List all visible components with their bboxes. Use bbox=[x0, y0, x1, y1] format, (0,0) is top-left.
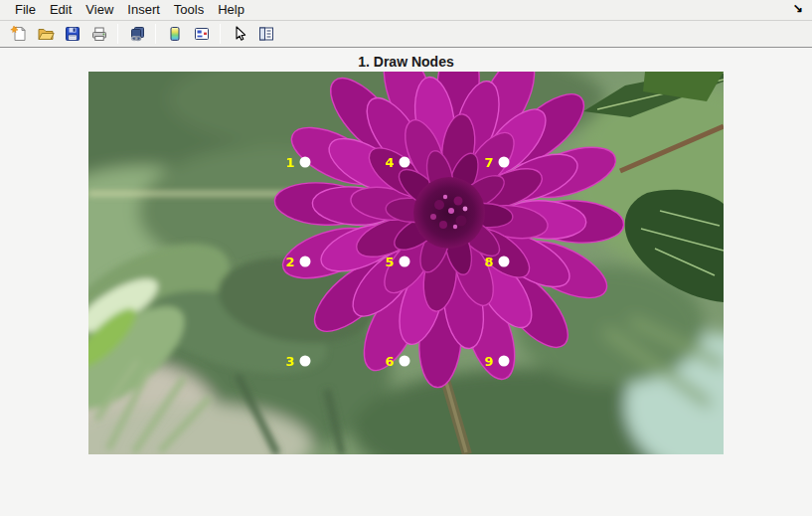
legend-panel-button[interactable] bbox=[189, 22, 214, 46]
app-window: File Edit View Insert Tools Help ↘ bbox=[0, 0, 812, 454]
node-marker-6[interactable]: 6 bbox=[400, 356, 410, 367]
node-dot bbox=[400, 257, 410, 267]
node-label: 1 bbox=[285, 156, 294, 169]
menu-item-help[interactable]: Help bbox=[211, 0, 251, 20]
print-icon bbox=[90, 25, 108, 43]
menu-item-view[interactable]: View bbox=[79, 0, 120, 20]
node-label: 7 bbox=[484, 156, 493, 169]
node-dot bbox=[400, 157, 410, 168]
toolbar-separator bbox=[155, 24, 156, 44]
node-dot bbox=[400, 356, 410, 367]
pointer-icon bbox=[231, 25, 248, 43]
node-marker-4[interactable]: 4 bbox=[400, 157, 410, 168]
menubar: File Edit View Insert Tools Help ↘ bbox=[0, 0, 812, 21]
node-marker-2[interactable]: 2 bbox=[300, 257, 311, 267]
page-link-button[interactable] bbox=[124, 22, 149, 46]
node-marker-9[interactable]: 9 bbox=[499, 356, 510, 367]
node-dot bbox=[499, 257, 510, 267]
node-dot bbox=[300, 257, 311, 267]
open-folder-button[interactable] bbox=[33, 22, 58, 46]
open-folder-icon bbox=[37, 25, 55, 43]
node-marker-8[interactable]: 8 bbox=[499, 257, 510, 267]
nodes-layer: 123456789 bbox=[88, 72, 724, 454]
save-button[interactable] bbox=[60, 22, 84, 46]
page-title: 1. Draw Nodes bbox=[0, 53, 812, 72]
node-dot bbox=[300, 356, 311, 367]
page-link-icon bbox=[128, 25, 146, 43]
node-label: 2 bbox=[285, 256, 294, 268]
node-label: 6 bbox=[385, 355, 394, 368]
menu-item-file[interactable]: File bbox=[8, 0, 43, 20]
node-label: 5 bbox=[385, 256, 394, 268]
node-dot bbox=[300, 157, 311, 168]
pointer-tool-button[interactable] bbox=[227, 22, 251, 46]
node-marker-5[interactable]: 5 bbox=[400, 257, 410, 267]
menu-item-edit[interactable]: Edit bbox=[43, 0, 79, 20]
menu-overflow-icon[interactable]: ↘ bbox=[793, 1, 803, 15]
node-dot bbox=[499, 356, 510, 367]
menu-item-tools[interactable]: Tools bbox=[167, 0, 211, 20]
node-dot bbox=[499, 157, 510, 168]
side-panel-button[interactable] bbox=[253, 22, 278, 46]
toolbar-separator bbox=[117, 24, 118, 44]
new-file-button[interactable] bbox=[6, 22, 31, 46]
toolbar-separator bbox=[220, 24, 221, 44]
toolbar bbox=[0, 21, 812, 48]
node-label: 4 bbox=[385, 156, 394, 169]
legend-panel-icon bbox=[193, 25, 211, 43]
color-panel-icon bbox=[166, 25, 184, 43]
node-label: 8 bbox=[484, 256, 493, 268]
save-icon bbox=[64, 25, 81, 43]
print-button[interactable] bbox=[86, 22, 111, 46]
content-area: 1. Draw Nodes bbox=[0, 48, 812, 454]
color-panel-button[interactable] bbox=[162, 22, 187, 46]
node-marker-3[interactable]: 3 bbox=[300, 356, 311, 367]
photo-canvas[interactable]: 123456789 bbox=[88, 72, 724, 454]
new-file-icon bbox=[10, 25, 28, 43]
node-marker-7[interactable]: 7 bbox=[499, 157, 510, 168]
side-panel-icon bbox=[257, 25, 275, 43]
node-label: 9 bbox=[484, 355, 493, 368]
node-label: 3 bbox=[285, 355, 294, 368]
node-marker-1[interactable]: 1 bbox=[300, 157, 311, 168]
menu-item-insert[interactable]: Insert bbox=[120, 0, 167, 20]
